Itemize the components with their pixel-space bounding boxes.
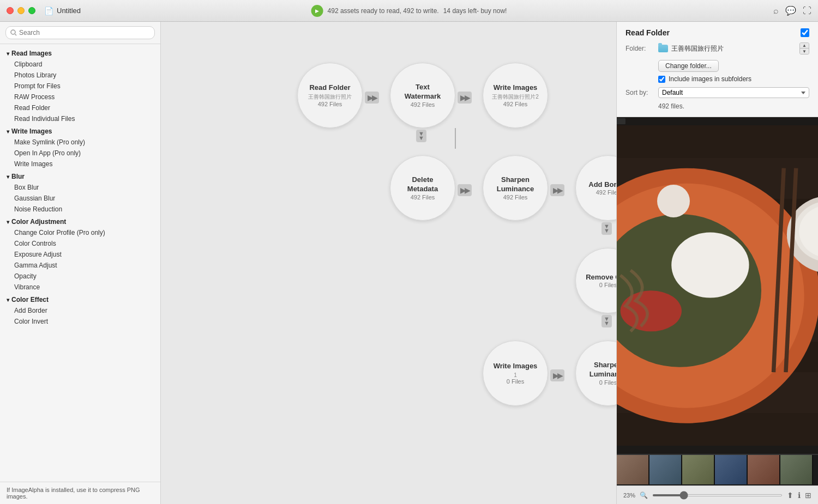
node-write-images-1[interactable]: Write Images 王善韩国旅行照片2 492 Files: [483, 63, 548, 128]
node-sharpen-luminance-2[interactable]: SharpenLuminance 0 Files: [575, 341, 616, 406]
title-center-area: 492 assets ready to read, 492 to write. …: [311, 5, 507, 17]
sidebar-item-clipboard[interactable]: Clipboard: [0, 59, 160, 70]
sidebar-item-raw-process[interactable]: RAW Process: [0, 92, 160, 102]
filmstrip-thumb-4[interactable]: [715, 455, 748, 484]
maximize-button[interactable]: [28, 7, 35, 14]
folder-stepper[interactable]: ▲ ▼: [799, 42, 809, 54]
minimize-button[interactable]: [17, 7, 25, 14]
node-remove-gps[interactable]: Remove GPS 0 Files: [575, 248, 616, 313]
arrow-8: ▶▶: [550, 369, 564, 381]
section-color-adjustment[interactable]: Color Adjustment: [0, 215, 160, 227]
filmstrip-thumb-1[interactable]: [617, 455, 649, 484]
sidebar-item-add-border[interactable]: Add Border: [0, 305, 160, 316]
node-add-border[interactable]: Add Border 492 Files: [575, 155, 616, 221]
panel-enable-checkbox[interactable]: [801, 28, 809, 37]
node-sharpen-luminance-1-count: 492 Files: [503, 194, 528, 201]
node-text-watermark-title: TextWatermark: [405, 83, 441, 101]
sidebar-item-color-invert[interactable]: Color Invert: [0, 316, 160, 327]
search-input[interactable]: [5, 26, 155, 39]
sidebar-item-color-controls[interactable]: Color Controls: [0, 238, 160, 249]
canvas-area[interactable]: Read Folder 王善韩国旅行照片 492 Files ▶▶ TextWa…: [161, 22, 616, 504]
traffic-lights[interactable]: [7, 7, 35, 14]
sidebar-item-read-individual-files[interactable]: Read Individual Files: [0, 113, 160, 124]
node-add-border-title: Add Border: [588, 180, 616, 190]
sidebar-item-gaussian-blur[interactable]: Gaussian Blur: [0, 193, 160, 204]
chat-icon[interactable]: 💬: [785, 5, 796, 16]
change-folder-button[interactable]: Change folder...: [658, 60, 719, 72]
stepper-down[interactable]: ▼: [800, 48, 809, 54]
stepper-up[interactable]: ▲: [800, 43, 809, 48]
node-sharpen-luminance-2-count: 0 Files: [599, 379, 616, 386]
node-sharpen-luminance-1-title: SharpenLuminance: [497, 175, 534, 194]
sidebar-item-photos-library[interactable]: Photos Library: [0, 70, 160, 81]
section-color-effect[interactable]: Color Effect: [0, 293, 160, 305]
section-blur[interactable]: Blur: [0, 169, 160, 182]
section-read-images[interactable]: Read Images: [0, 46, 160, 59]
filmstrip: ›: [617, 454, 818, 485]
main-photo[interactable]: [617, 117, 818, 454]
node-write-images-1-subtitle: 王善韩国旅行照片2: [492, 93, 539, 101]
search-icon[interactable]: ⌕: [773, 6, 779, 16]
node-write-images-2[interactable]: Write Images 1 0 Files: [483, 341, 548, 406]
svg-rect-32: [617, 118, 625, 124]
node-sharpen-luminance-1[interactable]: SharpenLuminance 492 Files: [483, 155, 548, 221]
arrow-3: ▼▼: [416, 130, 426, 142]
sidebar-item-prompt-for-files[interactable]: Prompt for Files: [0, 81, 160, 92]
sidebar-item-read-folder[interactable]: Read Folder: [0, 102, 160, 113]
files-count: 492 files.: [658, 102, 809, 110]
days-left-text: 14 days left- buy now!: [443, 7, 507, 15]
share-icon[interactable]: ⬆: [787, 491, 793, 500]
folder-name: 王善韩国旅行照片: [671, 44, 724, 53]
sidebar-item-noise-reduction[interactable]: Noise Reduction: [0, 204, 160, 215]
sidebar-item-vibrance[interactable]: Vibrance: [0, 282, 160, 293]
node-read-folder[interactable]: Read Folder 王善韩国旅行照片 492 Files: [297, 63, 363, 128]
sidebar: Read Images Clipboard Photos Library Pro…: [0, 22, 161, 504]
right-panel: Read Folder Folder: 王善韩国旅行照片 ▲ ▼ Change …: [616, 22, 818, 504]
include-subfolders-row: Include images in subfolders: [658, 75, 809, 83]
node-remove-gps-count: 0 Files: [599, 282, 616, 288]
sort-select[interactable]: Default Name Date Size: [658, 87, 809, 98]
node-delete-metadata[interactable]: DeleteMetadata 492 Files: [390, 155, 455, 221]
folder-icon: [658, 45, 668, 52]
play-button[interactable]: [311, 5, 323, 17]
filmstrip-thumb-3[interactable]: [682, 455, 715, 484]
node-text-watermark[interactable]: TextWatermark 492 Files: [390, 63, 455, 128]
filmstrip-scroll-right[interactable]: ›: [813, 455, 818, 485]
arrow-1: ▶▶: [365, 92, 379, 104]
info-icon[interactable]: ℹ: [798, 491, 801, 500]
sidebar-item-make-symlink[interactable]: Make Symlink (Pro only): [0, 137, 160, 148]
include-subfolders-checkbox[interactable]: [658, 76, 665, 83]
node-sharpen-luminance-2-title: SharpenLuminance: [590, 361, 616, 379]
sidebar-item-box-blur[interactable]: Box Blur: [0, 182, 160, 193]
sidebar-item-opacity[interactable]: Opacity: [0, 271, 160, 282]
svg-point-18: [621, 290, 682, 331]
node-delete-metadata-count: 492 Files: [411, 194, 435, 201]
fullscreen-icon[interactable]: ⛶: [803, 6, 811, 16]
sidebar-item-open-in-app[interactable]: Open In App (Pro only): [0, 148, 160, 159]
filmstrip-thumb-2[interactable]: [649, 455, 682, 484]
food-photo-simulation: [617, 117, 818, 454]
filmstrip-thumb-5[interactable]: [748, 455, 780, 484]
sidebar-item-exposure-adjust[interactable]: Exposure Adjust: [0, 249, 160, 260]
footer-text: If ImageAlpha is installed, use it to co…: [7, 487, 140, 500]
sidebar-item-write-images[interactable]: Write Images: [0, 159, 160, 169]
node-write-images-2-subtitle: 1: [514, 372, 517, 378]
sidebar-item-gamma-adjust[interactable]: Gamma Adjust: [0, 260, 160, 271]
sidebar-footer: If ImageAlpha is installed, use it to co…: [0, 482, 160, 504]
panel-bottom-bar: 23% 🔍 ⬆ ℹ ⊞: [617, 485, 818, 504]
close-button[interactable]: [7, 7, 14, 14]
zoom-level: 23%: [623, 492, 635, 499]
zoom-slider[interactable]: [652, 494, 783, 496]
node-text-watermark-count: 492 Files: [411, 101, 435, 108]
grid-icon[interactable]: ⊞: [805, 491, 811, 500]
section-write-images[interactable]: Write Images: [0, 124, 160, 137]
panel-folder-row: Folder: 王善韩国旅行照片 ▲ ▼: [625, 42, 809, 54]
filmstrip-thumb-6[interactable]: [780, 455, 813, 484]
photo-area: › 23% 🔍 ⬆ ℹ ⊞: [617, 117, 818, 504]
sidebar-search-area: [0, 22, 160, 44]
arrow-6: ▼▼: [602, 222, 612, 235]
node-add-border-count: 492 Files: [596, 189, 616, 196]
node-delete-metadata-title: DeleteMetadata: [407, 175, 438, 194]
folder-label: Folder:: [625, 45, 658, 52]
sidebar-item-change-color-profile[interactable]: Change Color Profile (Pro only): [0, 227, 160, 238]
